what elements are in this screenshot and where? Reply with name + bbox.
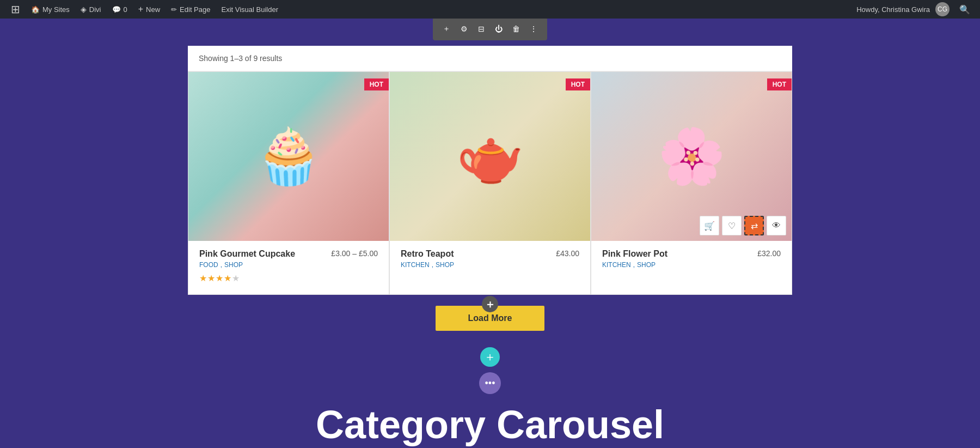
home-icon: 🏠 (31, 5, 40, 14)
avatar[interactable]: CG (935, 2, 950, 16)
admin-bar-right: Howdy, Christina Gwira CG 🔍 (856, 2, 975, 16)
toolbar-delete-btn[interactable]: 🗑 (508, 21, 524, 37)
pencil-icon: ✏ (171, 5, 177, 14)
product-card-flowerpot: HOT 🛒 ♡ ⇄ 👁 Pink Flower Pot £32.00 (591, 71, 792, 295)
product-actions-flowerpot: 🛒 ♡ ⇄ 👁 (700, 216, 786, 235)
load-more-section: ＋ Load More (188, 295, 792, 342)
product-card-teapot: HOT Retro Teapot £43.00 KITCHEN, SHOP (389, 71, 591, 295)
toolbar-toggle-btn[interactable]: ⏻ (491, 21, 507, 37)
divi-label: Divi (89, 5, 101, 14)
product-cats-teapot: KITCHEN, SHOP (401, 261, 579, 269)
admin-bar: ⊞ 🏠 My Sites ◈ Divi 💬 0 + New ✏ Edit Pag… (0, 0, 980, 19)
comments-menu[interactable]: 💬 0 (107, 0, 133, 19)
product-grid: HOT Pink Gourmet Cupcake £3.00 – £5.00 F… (188, 71, 792, 295)
product-info-cupcake: Pink Gourmet Cupcake £3.00 – £5.00 FOOD,… (188, 241, 389, 294)
divi-menu[interactable]: ◈ Divi (75, 0, 107, 19)
divi-icon: ◈ (81, 5, 87, 14)
toolbar-more-btn[interactable]: ⋮ (525, 21, 542, 37)
add-section-button[interactable]: ＋ (480, 347, 500, 367)
shop-container: Showing 1–3 of 9 results HOT Pink Gourme… (188, 46, 792, 295)
hot-badge-teapot: HOT (566, 78, 590, 90)
product-title-teapot[interactable]: Retro Teapot (401, 249, 454, 259)
divi-toolbar: ＋ ⚙ ⊟ ⏻ 🗑 ⋮ (433, 19, 547, 40)
more-options-button[interactable]: ••• (479, 372, 501, 394)
product-title-row-cupcake: Pink Gourmet Cupcake £3.00 – £5.00 (199, 249, 378, 259)
product-card-cupcake: HOT Pink Gourmet Cupcake £3.00 – £5.00 F… (188, 71, 389, 295)
wp-icon: ⊞ (11, 3, 20, 16)
wishlist-btn[interactable]: ♡ (722, 216, 742, 235)
product-image-teapot[interactable]: HOT (390, 72, 590, 241)
product-title-flowerpot[interactable]: Pink Flower Pot (602, 249, 667, 259)
cat-kitchen-2[interactable]: KITCHEN (602, 261, 631, 269)
product-info-flowerpot: Pink Flower Pot £32.00 KITCHEN, SHOP (591, 241, 792, 280)
load-more-plus-icon[interactable]: ＋ (482, 296, 498, 312)
cat-shop-3[interactable]: SHOP (637, 261, 656, 269)
product-title-cupcake[interactable]: Pink Gourmet Cupcake (199, 249, 295, 259)
star-1: ★ (199, 273, 207, 283)
hot-badge-flowerpot: HOT (767, 78, 792, 90)
edit-page-label: Edit Page (180, 5, 210, 14)
star-2: ★ (207, 273, 215, 283)
my-sites-label: My Sites (42, 5, 70, 14)
page-content: ＋ ⚙ ⊟ ⏻ 🗑 ⋮ Showing 1–3 of 9 results HOT (0, 19, 980, 448)
comment-icon: 💬 (112, 5, 121, 14)
product-image-flowerpot[interactable]: HOT 🛒 ♡ ⇄ 👁 (591, 72, 792, 241)
teapot-image (390, 72, 590, 241)
below-section: ＋ ••• Category Carousel (188, 347, 792, 447)
new-label: New (146, 5, 160, 14)
star-5-empty: ★ (232, 273, 240, 283)
howdy-text: Howdy, Christina Gwira (856, 5, 930, 14)
shop-wrapper: ＋ ⚙ ⊟ ⏻ 🗑 ⋮ Showing 1–3 of 9 results HOT (188, 46, 792, 342)
product-title-row-flowerpot: Pink Flower Pot £32.00 (602, 249, 781, 259)
product-price-cupcake: £3.00 – £5.00 (331, 249, 378, 258)
new-menu[interactable]: + New (133, 0, 166, 19)
toolbar-settings-btn[interactable]: ⚙ (456, 21, 472, 37)
product-stars-cupcake: ★ ★ ★ ★ ★ (199, 273, 378, 283)
load-more-label: Load More (468, 313, 512, 323)
add-to-cart-btn[interactable]: 🛒 (700, 216, 719, 235)
quick-view-btn[interactable]: 👁 (767, 216, 786, 235)
comments-count: 0 (124, 5, 127, 14)
product-cats-cupcake: FOOD, SHOP (199, 261, 378, 269)
star-4: ★ (224, 273, 231, 283)
toolbar-layout-btn[interactable]: ⊟ (473, 21, 489, 37)
wp-logo[interactable]: ⊞ (5, 0, 26, 19)
load-more-button[interactable]: ＋ Load More (436, 306, 545, 331)
cat-shop-2[interactable]: SHOP (436, 261, 454, 269)
product-info-teapot: Retro Teapot £43.00 KITCHEN, SHOP (390, 241, 590, 280)
toolbar-add-btn[interactable]: ＋ (438, 21, 455, 37)
hot-badge-cupcake: HOT (364, 78, 389, 90)
category-carousel-label: Category Carousel (316, 403, 664, 446)
exit-vb-label: Exit Visual Builder (221, 5, 278, 14)
product-price-teapot: £43.00 (556, 249, 579, 258)
my-sites-menu[interactable]: 🏠 My Sites (26, 0, 75, 19)
product-price-flowerpot: £32.00 (757, 249, 781, 258)
product-cats-flowerpot: KITCHEN, SHOP (602, 261, 781, 269)
results-bar: Showing 1–3 of 9 results (188, 46, 792, 71)
search-icon[interactable]: 🔍 (955, 4, 975, 15)
plus-icon: + (138, 4, 143, 14)
product-image-cupcake[interactable]: HOT (188, 72, 389, 241)
results-text: Showing 1–3 of 9 results (199, 54, 282, 63)
exit-visual-builder-link[interactable]: Exit Visual Builder (216, 0, 284, 19)
product-title-row-teapot: Retro Teapot £43.00 (401, 249, 579, 259)
cat-shop-1[interactable]: SHOP (224, 261, 243, 269)
cat-food[interactable]: FOOD (199, 261, 218, 269)
star-3: ★ (216, 273, 223, 283)
category-carousel-heading: Category Carousel (316, 402, 664, 447)
cupcake-image (188, 72, 389, 241)
compare-btn[interactable]: ⇄ (744, 216, 764, 235)
cat-kitchen-1[interactable]: KITCHEN (401, 261, 430, 269)
edit-page-link[interactable]: ✏ Edit Page (166, 0, 216, 19)
